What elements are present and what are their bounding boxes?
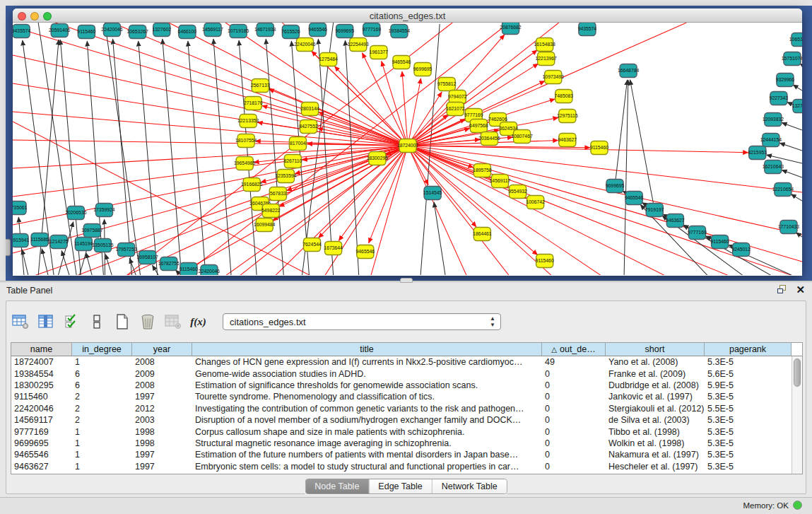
column-header-title[interactable]: title [192,343,542,356]
table-cell[interactable]: Changes of HCN gene expression and I(f) … [192,357,542,367]
network-window-titlebar[interactable]: citations_edges.txt [13,8,802,23]
select-rows-icon[interactable] [61,313,81,331]
table-cell[interactable]: 2008 [132,357,192,367]
table-cell[interactable]: Stergiakouli et al. (2012) [606,404,705,414]
table-column-icon[interactable] [36,313,55,331]
table-cell[interactable]: 2 [72,415,132,425]
table-cell[interactable]: 2 [72,392,132,402]
column-header-out-de-[interactable]: △out_de… [542,343,606,356]
table-cell[interactable]: 5.3E-5 [705,415,792,425]
float-panel-icon[interactable] [777,285,787,294]
table-cell[interactable]: 1998 [132,427,192,437]
table-cell[interactable]: 5.9E-5 [705,380,792,390]
table-cell[interactable]: 18300295 [11,380,72,390]
table-cell[interactable]: 5.3E-5 [705,438,792,448]
table-row[interactable]: 2242004622012Investigating the contribut… [11,403,802,414]
tab-edge-table[interactable]: Edge Table [369,479,432,493]
table-cell[interactable]: 0 [542,369,606,379]
close-panel-icon[interactable]: ✕ [796,285,805,294]
table-row[interactable]: 946554611997Estimation of the future num… [11,449,802,460]
table-cell[interactable]: Structural magnetic resonance image aver… [192,438,542,448]
table-cell[interactable]: 9699695 [11,438,72,448]
column-header-in-degree[interactable]: in_degree [72,343,132,356]
table-row[interactable]: 969969511998Structural magnetic resonanc… [11,438,802,449]
table-settings-icon[interactable] [11,313,30,331]
table-cell[interactable]: 1997 [132,392,192,402]
table-cell[interactable]: 2009 [132,369,192,379]
table-cell[interactable]: Jankovic et al. (1997) [606,392,705,402]
table-cell[interactable]: Tourette syndrome. Phenomenology and cla… [192,392,542,402]
table-cell[interactable]: Wolkin et al. (1998) [606,438,705,448]
table-row[interactable]: 946362711997Embryonic stem cells: a mode… [11,461,802,472]
table-cell[interactable]: Estimation of significance thresholds fo… [192,380,542,390]
table-cell[interactable]: 9115460 [11,392,72,402]
table-cell[interactable]: 18724007 [11,357,72,367]
table-cell[interactable]: 0 [542,450,606,460]
table-cell[interactable]: 9463627 [11,462,72,472]
table-cell[interactable]: 22420046 [11,404,72,414]
table-cell[interactable]: Corpus callosum shape and size in male p… [192,427,542,437]
table-cell[interactable]: 1997 [132,450,192,460]
table-cell[interactable]: 1997 [132,462,192,472]
scrollbar-thumb[interactable] [794,358,801,387]
table-row[interactable]: 911546021997Tourette syndrome. Phenomeno… [11,391,802,402]
table-vertical-scrollbar[interactable] [792,356,802,474]
table-row[interactable]: 1456911722003Disruption of a novel membe… [11,414,802,426]
table-cell[interactable]: 2003 [132,415,192,425]
table-cell[interactable]: 5.3E-5 [705,392,792,402]
table-cell[interactable]: 9777169 [11,427,72,437]
table-cell[interactable]: 0 [542,404,606,414]
panel-collapse-handle[interactable] [6,239,11,256]
table-cell[interactable]: 14569117 [11,415,72,425]
table-cell[interactable]: Franke et al. (2009) [606,369,705,379]
table-row[interactable]: 1872400712008Changes of HCN gene express… [11,356,802,368]
table-cell[interactable]: 9465546 [11,450,72,460]
table-cell[interactable]: Hescheler et al. (1997) [606,462,705,472]
table-cell[interactable]: 5.5E-5 [705,404,792,414]
table-cell[interactable]: 6 [72,380,132,390]
delete-trash-icon[interactable] [138,313,157,331]
table-cell[interactable]: Disruption of a novel member of a sodium… [192,415,542,425]
table-cell[interactable]: 0 [542,415,606,425]
table-row[interactable]: 1938455462009Genome-wide association stu… [11,368,802,379]
row-height-icon[interactable] [87,313,106,331]
table-row[interactable]: 977716911998Corpus callosum shape and si… [11,426,802,437]
table-cell[interactable]: 5.3E-5 [705,357,792,367]
table-cell[interactable]: 1 [72,438,132,448]
table-cell[interactable]: 6 [72,369,132,379]
table-cell[interactable]: Yano et al. (2008) [606,357,705,367]
function-builder-icon[interactable]: f(x) [189,313,208,331]
new-document-icon[interactable] [112,313,131,331]
column-header-year[interactable]: year [132,343,192,356]
table-cell[interactable]: 1 [72,357,132,367]
table-cell[interactable]: 5.3E-5 [705,462,792,472]
column-header-name[interactable]: name [11,343,72,356]
table-cell[interactable]: Tibbo et al. (1998) [606,427,705,437]
table-row[interactable]: 1830029562008Estimation of significance … [11,380,802,391]
network-canvas[interactable]: 1872400718300295271817612213353181075541… [13,23,802,275]
table-cell[interactable]: Nakamura et al. (1997) [606,450,705,460]
table-cell[interactable]: Estimation of the future numbers of pati… [192,450,542,460]
table-cell[interactable]: de Silva et al. (2003) [606,415,705,425]
table-cell[interactable]: 2 [72,404,132,414]
column-header-pagerank[interactable]: pagerank [705,343,792,356]
table-cell[interactable]: 0 [542,438,606,448]
table-cell[interactable]: 0 [542,392,606,402]
table-cell[interactable]: 19384554 [11,369,72,379]
table-cell[interactable]: 49 [542,357,606,367]
table-cell[interactable]: 0 [542,462,606,472]
panel-divider-grip[interactable] [400,278,413,283]
table-cell[interactable]: Embryonic stem cells: a model to study s… [192,462,542,472]
table-cell[interactable]: Genome-wide association studies in ADHD. [192,369,542,379]
column-header-short[interactable]: short [606,343,705,356]
citation-network-graph[interactable]: 1872400718300295271817612213353181075541… [13,23,802,275]
table-cell[interactable]: 0 [542,427,606,437]
table-cell[interactable]: 5.3E-5 [705,450,792,460]
table-cell[interactable]: 5.3E-5 [705,427,792,437]
table-cell[interactable]: 2008 [132,380,192,390]
tab-network-table[interactable]: Network Table [433,479,507,493]
table-source-selector[interactable]: citations_edges.txt ▲▼ [223,313,501,330]
table-cell[interactable]: 1 [72,427,132,437]
table-cell[interactable]: 2012 [132,404,192,414]
memory-status-icon[interactable] [793,501,802,510]
